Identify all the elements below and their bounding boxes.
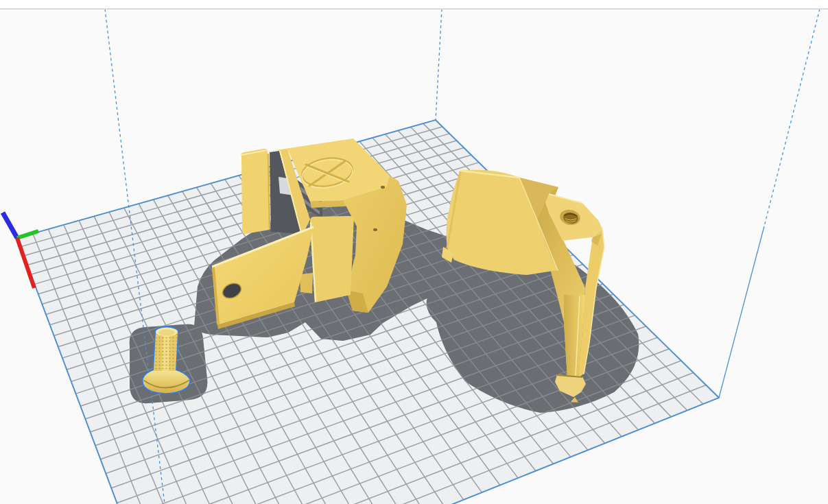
viewport-3d[interactable]	[0, 0, 828, 504]
top-toolbar-divider	[0, 8, 828, 10]
top-toolbar-edge	[0, 0, 828, 8]
slicer-stage	[0, 0, 828, 504]
